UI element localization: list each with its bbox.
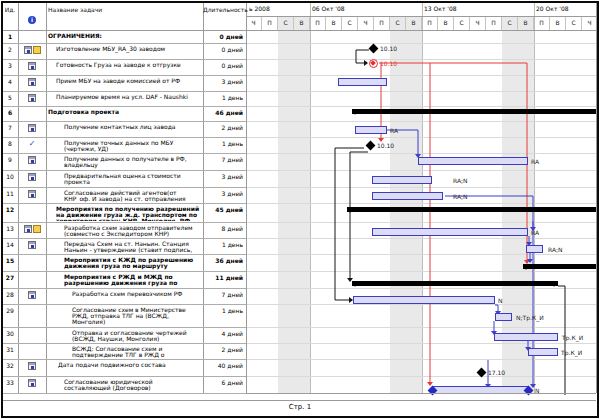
table-row-line — [2, 343, 246, 344]
task-name-cell[interactable]: ОГРАНИЧЕНИЯ: — [48, 33, 201, 42]
task-id-cell[interactable]: 1 — [3, 33, 17, 40]
task-name-cell[interactable]: Готовность Груза на заводе к отгрузке — [56, 62, 201, 74]
task-duration-cell[interactable]: 2 дней — [204, 124, 243, 131]
task-id-cell[interactable]: 12 — [3, 206, 17, 213]
task-id-cell[interactable]: 31 — [3, 346, 17, 353]
task-id-cell[interactable]: 3 — [3, 62, 17, 69]
task-bar[interactable] — [494, 333, 558, 341]
task-id-cell[interactable]: 29 — [3, 307, 17, 314]
task-name-cell[interactable]: Изготовление МБУ_RA_30 заводом — [56, 46, 201, 58]
constraint-calendar-icon — [28, 190, 36, 198]
task-id-cell[interactable]: 10 — [3, 173, 17, 180]
task-id-cell[interactable]: 8 — [3, 140, 17, 147]
week-header-label: 20 Окт '08 — [536, 5, 569, 12]
page-number: Стр. 1 — [0, 403, 600, 411]
summary-bar[interactable] — [352, 281, 558, 286]
task-duration-cell[interactable]: 11 дней — [204, 274, 243, 281]
weekend-shading — [278, 16, 310, 393]
task-name-cell[interactable]: Мероприятия по получению разрешений на д… — [56, 206, 201, 221]
task-name-cell[interactable]: Мероприятия с КЖД по разрешению движения… — [64, 257, 201, 270]
task-id-cell[interactable]: 28 — [3, 291, 17, 298]
task-name-cell[interactable]: ВСЖД: Согласование схем и подтверждение … — [72, 346, 201, 358]
task-id-cell[interactable]: 30 — [3, 330, 17, 337]
task-bar[interactable] — [355, 126, 387, 134]
task-name-cell[interactable]: Получение точных данных по МБУ (чертежи,… — [64, 140, 201, 152]
bar-label: 17.10 — [488, 369, 505, 376]
task-name-cell[interactable]: Получение контактных лиц завода — [64, 124, 201, 136]
task-name-cell[interactable]: Передача Схем на ст. Наньин. Станция Нан… — [64, 241, 201, 253]
task-duration-cell[interactable]: 45 дней — [204, 206, 243, 213]
task-name-cell[interactable]: Получение данных о получателе в РФ, влад… — [64, 156, 201, 169]
task-id-cell[interactable]: 27 — [3, 274, 17, 281]
summary-bar[interactable] — [347, 207, 596, 212]
task-duration-cell[interactable]: 1 день — [204, 307, 243, 314]
column-header-task-name[interactable]: Название задачи — [48, 6, 102, 13]
task-bar[interactable] — [372, 192, 443, 200]
task-bar[interactable] — [526, 245, 543, 253]
task-bar[interactable] — [418, 157, 528, 165]
task-name-cell[interactable]: Мероприятия с РЖД и МЖД по разрешению дв… — [64, 274, 201, 287]
task-id-cell[interactable]: 32 — [3, 362, 17, 369]
task-duration-cell[interactable]: 0 дней — [204, 46, 243, 53]
column-header-id[interactable]: Ид. — [3, 6, 17, 13]
task-id-cell[interactable]: 14 — [3, 241, 17, 248]
info-column-icon[interactable]: i — [28, 16, 36, 24]
task-bar[interactable] — [495, 313, 512, 321]
table-row-line — [2, 359, 246, 360]
task-name-cell[interactable]: Разработка схем заводом отправителем (со… — [64, 225, 201, 237]
task-name-cell[interactable]: Согласование схем в Министерстве РЖД, от… — [72, 307, 201, 326]
task-duration-cell[interactable]: 46 дней — [204, 109, 243, 116]
summary-start-cap — [523, 264, 529, 270]
table-row-line — [2, 91, 246, 92]
summary-bar[interactable] — [352, 109, 596, 114]
task-bar[interactable] — [353, 296, 495, 304]
task-duration-cell[interactable]: 0 дней — [204, 33, 243, 40]
task-duration-cell[interactable]: 1 день — [204, 94, 243, 101]
task-bar[interactable] — [338, 78, 387, 86]
task-name-cell[interactable]: Отправка и согласование чертежей (ВСЖД, … — [72, 330, 201, 342]
task-duration-cell[interactable]: 3 дней — [204, 190, 243, 197]
task-name-cell[interactable]: Разработка схем перевозчиком РФ — [72, 291, 201, 303]
task-name-cell[interactable]: Предварительная оценка стоимости проекта — [64, 173, 201, 186]
day-header-cell: В — [518, 16, 534, 30]
task-duration-cell[interactable]: 3 дней — [204, 173, 243, 180]
task-duration-cell[interactable]: 7 дней — [204, 291, 243, 298]
task-name-cell[interactable]: Согласование действий агентов(от КНР_оф.… — [64, 190, 201, 202]
task-duration-cell[interactable]: 1 день — [204, 140, 243, 147]
task-duration-cell[interactable]: 6 дней — [204, 379, 243, 386]
day-header-cell: В — [294, 16, 310, 30]
task-bar[interactable] — [372, 228, 528, 236]
task-name-cell[interactable]: Планируемое время на усл. DAF - Naushki — [56, 94, 201, 105]
task-id-cell[interactable]: 33 — [3, 379, 17, 386]
task-name-cell[interactable]: Прием МБУ на заводе комиссией от РФ — [56, 78, 201, 90]
task-id-cell[interactable]: 9 — [3, 156, 17, 163]
task-duration-cell[interactable]: 1 день — [204, 241, 243, 248]
task-duration-cell[interactable]: 40 дней — [204, 362, 243, 369]
task-name-cell[interactable]: Дата подачи подвижного состава — [58, 362, 201, 375]
task-bar[interactable] — [528, 348, 558, 356]
task-id-cell[interactable]: 13 — [3, 225, 17, 232]
task-duration-cell[interactable]: 8 дней — [204, 225, 243, 232]
task-id-cell[interactable]: 15 — [3, 257, 17, 264]
task-id-cell[interactable]: 2 — [3, 46, 17, 53]
task-duration-cell[interactable]: 7 дней — [204, 156, 243, 163]
summary-bar[interactable] — [523, 264, 596, 269]
task-name-cell[interactable]: Согласование юридической составляющей (Д… — [64, 379, 201, 392]
task-duration-cell[interactable]: 36 дней — [204, 257, 243, 264]
task-id-cell[interactable]: 7 — [3, 124, 17, 131]
task-id-cell[interactable]: 6 — [3, 109, 17, 116]
task-duration-cell[interactable]: 2 дней — [204, 346, 243, 353]
task-bar[interactable] — [372, 176, 432, 184]
task-name-cell[interactable]: Подготовка проекта — [48, 109, 201, 120]
column-header-duration[interactable]: Длительность — [203, 6, 245, 13]
task-id-cell[interactable]: 11 — [3, 190, 17, 197]
chart-row-line — [246, 137, 596, 138]
task-duration-cell[interactable]: 3 дней — [204, 78, 243, 85]
task-duration-cell[interactable]: 4 дней — [204, 330, 243, 337]
milestone-diamond[interactable] — [365, 140, 375, 150]
bar-label: Тр.К_И — [561, 349, 582, 356]
milestone-diamond[interactable] — [368, 43, 378, 53]
task-duration-cell[interactable]: 0 дней — [204, 62, 243, 69]
task-id-cell[interactable]: 4 — [3, 78, 17, 85]
task-id-cell[interactable]: 5 — [3, 94, 17, 101]
